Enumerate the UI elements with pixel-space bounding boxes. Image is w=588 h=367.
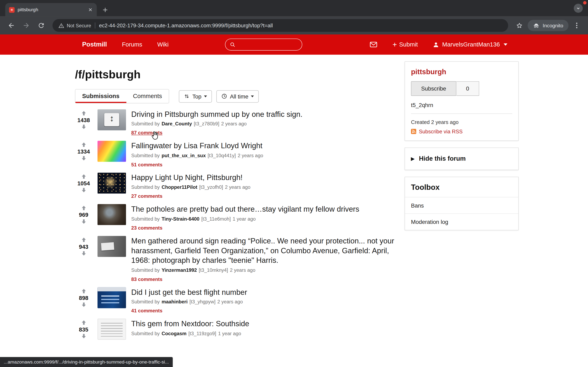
thumbnail[interactable] (98, 109, 126, 130)
thumbnail[interactable] (98, 287, 126, 308)
submission-title[interactable]: Did I just get the best flight number (131, 287, 399, 297)
author-link[interactable]: Yinzerman1992 (162, 267, 197, 273)
new-tab-button[interactable] (102, 7, 108, 13)
submission-meta: Submitted by Tiny-Strain-6400 [t3_11e6mo… (131, 216, 399, 222)
submission-title[interactable]: Men gathered around sign reading “Police… (131, 236, 399, 265)
divider (411, 114, 512, 114)
downvote-button[interactable] (80, 187, 87, 193)
author-link[interactable]: Tiny-Strain-6400 (162, 216, 199, 222)
upvote-button[interactable] (80, 110, 87, 117)
vote-column: 969 (75, 204, 92, 231)
user-icon (433, 42, 439, 48)
submission-title[interactable]: The potholes are pretty bad out there…st… (131, 204, 399, 214)
upvote-button[interactable] (80, 142, 87, 148)
upvote-button[interactable] (80, 319, 87, 326)
submission-title[interactable]: Fallingwater by Lisa Frank Lloyd Wright (131, 141, 399, 151)
submit-button[interactable]: + Submit (392, 41, 418, 48)
toolbox-item-moderation-log[interactable]: Moderation log (405, 213, 518, 230)
author-link[interactable]: Dare_County (162, 121, 192, 127)
comments-link[interactable]: 27 comments (131, 193, 163, 199)
comments-link[interactable]: 41 comments (131, 308, 163, 314)
forward-button[interactable] (20, 19, 33, 32)
not-secure-badge[interactable]: Not Secure (59, 23, 91, 28)
comments-link[interactable]: 83 comments (131, 276, 163, 282)
downvote-button[interactable] (80, 333, 87, 339)
author-link[interactable]: maahinberi (162, 299, 187, 305)
post-id: [t3_11e6moh] (201, 216, 231, 222)
timestamp: 2 years ago (221, 121, 247, 127)
submission-title[interactable]: Driving in Pittsburgh summed up by one t… (131, 109, 399, 119)
upvote-button[interactable] (80, 236, 87, 243)
nav-wiki-link[interactable]: Wiki (157, 41, 169, 48)
thumbnail[interactable] (98, 141, 126, 162)
user-menu[interactable]: MarvelsGrantMan136 (433, 41, 507, 48)
downvote-button[interactable] (80, 301, 87, 308)
toolbox-card: Toolbox Bans Moderation log (405, 177, 519, 230)
reload-button[interactable] (35, 19, 48, 32)
tab-search-button[interactable] (574, 4, 583, 13)
submission-body: Driving in Pittsburgh summed up by one t… (131, 109, 399, 136)
author-link[interactable]: Chopper11Pilot (162, 184, 197, 190)
downvote-button[interactable] (80, 155, 87, 161)
post-id: [t3_10mkny4] (199, 267, 228, 273)
messages-icon[interactable] (369, 40, 378, 49)
hide-forum-toggle[interactable]: ▶ Hide this forum (405, 148, 519, 170)
submission-body: Men gathered around sign reading “Police… (131, 236, 399, 282)
sort-label: Top (192, 93, 201, 99)
thumbnail[interactable] (98, 319, 126, 340)
toolbox-item-bans[interactable]: Bans (405, 197, 518, 213)
submission-list: 1438 Driving in Pittsburgh summed up by … (75, 109, 399, 343)
chevron-down-icon (251, 95, 254, 97)
nav-forums-link[interactable]: Forums (122, 41, 142, 48)
submission-body: The potholes are pretty bad out there…st… (131, 204, 399, 231)
vote-count: 969 (79, 212, 88, 218)
chevron-down-icon (576, 6, 581, 11)
search-bar[interactable] (225, 39, 302, 50)
upvote-button[interactable] (80, 173, 87, 180)
submission-row: 1054 Happy Light Up Night, Pittsburgh! S… (75, 173, 399, 199)
submission-body: Did I just get the best flight number Su… (131, 287, 399, 314)
subscribe-button[interactable]: Subscribe (411, 81, 456, 96)
thumbnail[interactable] (98, 204, 126, 225)
forum-id: t5_2qhrn (411, 102, 512, 108)
page-content: /f/pittsburgh Submissions Comments Top A… (69, 55, 519, 348)
submission-title[interactable]: Happy Light Up Night, Pittsburgh! (131, 173, 399, 182)
thumbnail[interactable] (98, 173, 126, 193)
sort-dropdown[interactable]: Top (179, 90, 212, 103)
tab-submissions[interactable]: Submissions (75, 90, 126, 103)
recording-indicator-icon (583, 1, 587, 5)
bookmark-star-button[interactable] (513, 19, 526, 32)
vote-count: 835 (79, 326, 88, 333)
browser-tab[interactable]: ✳ pittsburgh (5, 3, 97, 17)
tab-close-icon[interactable] (88, 7, 93, 12)
rss-link[interactable]: Subscribe via RSS (411, 128, 512, 134)
address-bar[interactable]: Not Secure ec2-44-202-179-34.compute-1.a… (52, 19, 508, 32)
thumbnail[interactable] (98, 236, 126, 257)
downvote-button[interactable] (80, 124, 87, 130)
downvote-button[interactable] (80, 250, 87, 256)
upvote-button[interactable] (80, 205, 87, 211)
author-link[interactable]: Cocogasm (162, 331, 186, 336)
search-input[interactable] (238, 42, 297, 48)
upvote-button[interactable] (80, 288, 87, 294)
downvote-button[interactable] (80, 218, 87, 225)
comments-link[interactable]: 23 comments (131, 225, 163, 231)
author-link[interactable]: put_the_ux_in_sux (162, 153, 206, 158)
plus-icon: + (392, 41, 397, 48)
submission-title[interactable]: This gem from Nextdoor: Southside (131, 319, 399, 328)
browser-menu-button[interactable] (570, 19, 584, 32)
tab-comments[interactable]: Comments (126, 90, 169, 103)
submission-meta: Submitted by Dare_County [t3_z780b9] 2 y… (131, 121, 399, 127)
hide-forum-label: Hide this forum (419, 155, 466, 162)
vote-count: 898 (79, 295, 88, 301)
brand-link[interactable]: Postmill (82, 41, 107, 48)
time-dropdown[interactable]: All time (216, 90, 259, 103)
toolbox-title: Toolbox (405, 177, 518, 197)
back-button[interactable] (4, 19, 18, 32)
comments-link[interactable]: 51 comments (131, 162, 163, 167)
timestamp: 2 years ago (225, 184, 251, 190)
url-text: ec2-44-202-179-34.compute-1.amazonaws.co… (99, 22, 273, 28)
chevron-down-icon (204, 95, 207, 97)
rss-icon (411, 129, 416, 134)
submitted-by-label: Submitted by (131, 121, 160, 127)
